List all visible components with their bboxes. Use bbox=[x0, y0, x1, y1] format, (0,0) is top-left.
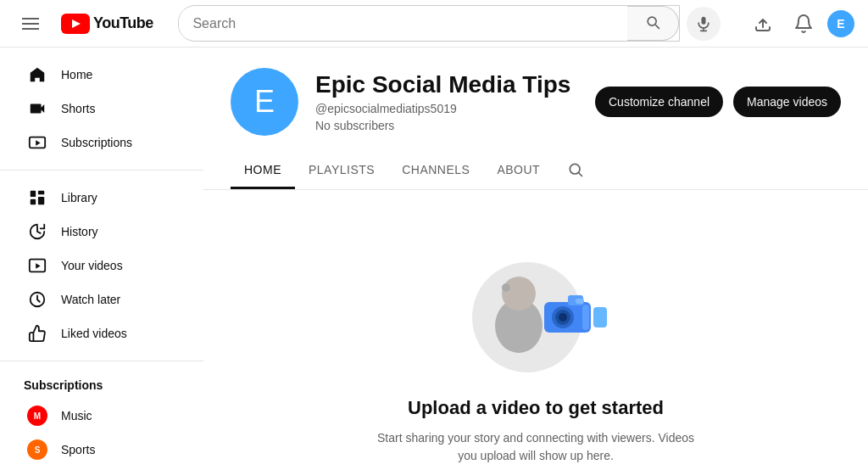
channel-header: E Epic Social Media Tips @epicsocialmedi… bbox=[203, 48, 868, 190]
upload-icon bbox=[753, 14, 773, 34]
youtube-logo[interactable]: YouTube bbox=[61, 14, 153, 34]
svg-rect-44 bbox=[593, 307, 607, 327]
tab-about[interactable]: ABOUT bbox=[483, 153, 554, 189]
channel-details: Epic Social Media Tips @epicsocialmediat… bbox=[315, 71, 578, 132]
sidebar-item-shorts[interactable]: Shorts bbox=[7, 92, 197, 126]
svg-rect-12 bbox=[31, 199, 36, 204]
empty-state: Upload a video to get started Start shar… bbox=[203, 190, 868, 470]
menu-button[interactable] bbox=[14, 7, 47, 41]
svg-rect-43 bbox=[582, 305, 589, 330]
sidebar-item-sub-sports[interactable]: S Sports bbox=[7, 433, 197, 467]
sidebar-divider-1 bbox=[0, 170, 203, 171]
svg-rect-10 bbox=[38, 191, 44, 195]
sidebar-item-home-label: Home bbox=[61, 68, 92, 81]
svg-rect-5 bbox=[702, 16, 706, 24]
search-icon bbox=[644, 14, 661, 31]
search-input[interactable] bbox=[179, 9, 627, 38]
sidebar-item-sub-gaming[interactable]: G Gaming bbox=[7, 467, 197, 470]
header-center bbox=[178, 5, 721, 42]
svg-point-45 bbox=[502, 283, 510, 292]
svg-rect-1 bbox=[22, 23, 39, 25]
sidebar-item-liked-videos-label: Liked videos bbox=[61, 327, 127, 340]
empty-state-title: Upload a video to get started bbox=[408, 397, 664, 419]
sidebar-item-library[interactable]: Library bbox=[7, 181, 197, 215]
sidebar-item-shorts-label: Shorts bbox=[61, 102, 95, 115]
svg-rect-9 bbox=[31, 191, 36, 197]
sidebar-item-sub-music[interactable]: M Music bbox=[7, 399, 197, 433]
channel-info: E Epic Social Media Tips @epicsocialmedi… bbox=[231, 68, 841, 136]
sidebar-item-watch-later-label: Watch later bbox=[61, 293, 120, 306]
channel-avatar: E bbox=[231, 68, 298, 136]
tab-channels[interactable]: CHANNELS bbox=[388, 153, 483, 189]
history-icon bbox=[27, 221, 47, 242]
library-icon bbox=[27, 187, 47, 208]
sub-sports-icon: S bbox=[27, 439, 47, 460]
hamburger-icon bbox=[22, 18, 39, 30]
sidebar-item-liked-videos[interactable]: Liked videos bbox=[7, 316, 197, 350]
sidebar-item-library-label: Library bbox=[61, 191, 97, 204]
empty-state-description: Start sharing your story and connecting … bbox=[366, 429, 705, 465]
sidebar-item-subscriptions[interactable]: Subscriptions bbox=[7, 126, 197, 159]
user-avatar-button[interactable]: E bbox=[827, 10, 854, 37]
header-left: YouTube bbox=[14, 7, 153, 41]
upload-button[interactable] bbox=[746, 7, 780, 41]
sidebar-divider-2 bbox=[0, 361, 203, 361]
youtube-logo-text: YouTube bbox=[93, 14, 153, 32]
svg-rect-11 bbox=[38, 197, 44, 204]
youtube-logo-icon bbox=[61, 14, 90, 34]
sub-music-icon: M bbox=[27, 406, 47, 426]
channel-name: Epic Social Media Tips bbox=[315, 71, 578, 98]
customize-channel-button[interactable]: Customize channel bbox=[595, 87, 723, 117]
mic-button[interactable] bbox=[687, 7, 721, 41]
search-bar bbox=[178, 5, 680, 42]
sidebar-item-sub-music-label: Music bbox=[61, 409, 92, 422]
svg-rect-2 bbox=[22, 28, 39, 30]
channel-tabs: HOME PLAYLISTS CHANNELS ABOUT bbox=[231, 153, 841, 189]
header: YouTube bbox=[0, 0, 868, 48]
sidebar: Home Shorts Subscriptions Library Histor… bbox=[0, 48, 203, 470]
sidebar-item-home[interactable]: Home bbox=[7, 58, 197, 92]
empty-illustration bbox=[451, 241, 620, 377]
channel-subscribers: No subscribers bbox=[315, 119, 578, 132]
sidebar-item-sub-sports-label: Sports bbox=[61, 443, 95, 456]
manage-videos-button[interactable]: Manage videos bbox=[733, 87, 841, 117]
watch-later-icon bbox=[27, 289, 47, 310]
channel-actions: Customize channel Manage videos bbox=[595, 87, 841, 117]
tab-home[interactable]: HOME bbox=[231, 153, 295, 189]
bell-icon bbox=[793, 14, 814, 34]
tab-playlists[interactable]: PLAYLISTS bbox=[295, 153, 388, 189]
svg-point-41 bbox=[559, 313, 567, 322]
liked-videos-icon bbox=[27, 323, 47, 344]
sidebar-item-subscriptions-label: Subscriptions bbox=[61, 136, 132, 149]
tab-search-icon bbox=[567, 161, 584, 178]
svg-rect-0 bbox=[22, 18, 39, 20]
your-videos-icon bbox=[27, 255, 47, 276]
main-content: E Epic Social Media Tips @epicsocialmedi… bbox=[203, 48, 868, 470]
subscriptions-icon bbox=[27, 132, 47, 153]
notifications-button[interactable] bbox=[787, 7, 821, 41]
subscriptions-section-title: Subscriptions bbox=[0, 372, 203, 399]
sidebar-item-history[interactable]: History bbox=[7, 215, 197, 249]
mic-icon bbox=[695, 15, 712, 32]
sidebar-item-your-videos[interactable]: Your videos bbox=[7, 249, 197, 283]
channel-handle: @epicsocialmediatips5019 bbox=[315, 102, 578, 115]
header-right: E bbox=[746, 7, 854, 41]
sidebar-item-watch-later[interactable]: Watch later bbox=[7, 283, 197, 316]
tab-search-button[interactable] bbox=[560, 154, 591, 187]
svg-rect-46 bbox=[576, 299, 584, 304]
home-icon bbox=[27, 64, 47, 85]
sidebar-item-your-videos-label: Your videos bbox=[61, 259, 123, 272]
sidebar-item-history-label: History bbox=[61, 225, 98, 238]
svg-point-37 bbox=[502, 277, 536, 311]
shorts-icon bbox=[27, 98, 47, 119]
search-button[interactable] bbox=[627, 6, 679, 41]
